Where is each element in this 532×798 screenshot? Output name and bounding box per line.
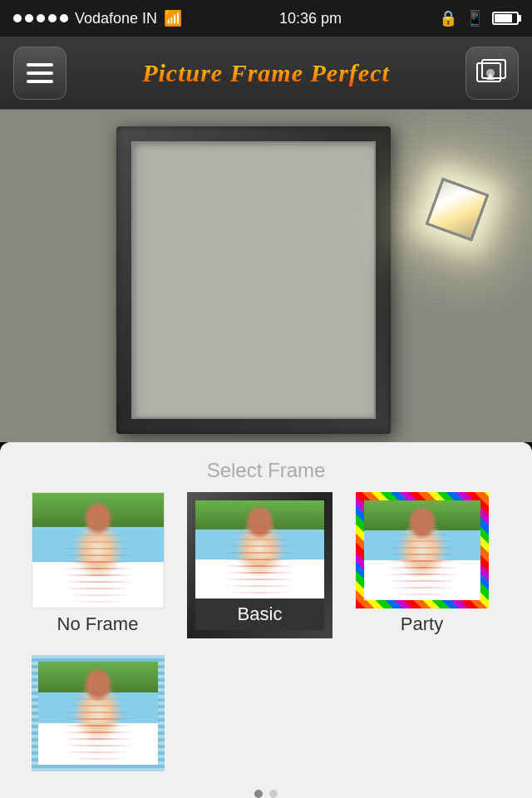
main-frame xyxy=(116,126,391,434)
frame-inner xyxy=(131,141,376,419)
basic-frame-selected: Basic xyxy=(187,492,332,638)
status-left: Vodafone IN 📶 xyxy=(13,9,182,27)
status-bar: Vodafone IN 📶 10:36 pm 🔒 📱 xyxy=(0,0,532,37)
light-effect xyxy=(416,176,490,251)
main-photo-area xyxy=(0,110,532,442)
no-frame-label: No Frame xyxy=(57,613,139,635)
girl-photo-basic xyxy=(195,500,324,598)
status-right: 🔒 📱 xyxy=(439,9,519,27)
light-box xyxy=(426,178,490,242)
frame-option-no-frame[interactable]: No Frame xyxy=(25,492,170,638)
frame-option-basic[interactable]: Basic xyxy=(187,492,332,638)
carrier-label: Vodafone IN xyxy=(75,10,157,27)
svg-rect-0 xyxy=(27,63,53,66)
svg-rect-1 xyxy=(27,71,53,75)
battery-fill xyxy=(495,14,512,22)
signal-dot-1 xyxy=(13,14,22,22)
page-indicator xyxy=(0,790,532,798)
gallery-icon xyxy=(475,58,509,88)
wave-frame-thumb xyxy=(32,655,165,771)
no-frame-thumb xyxy=(32,492,165,608)
party-frame-label: Party xyxy=(401,613,443,635)
girl-photo-no-frame xyxy=(32,493,164,608)
wifi-icon: 📶 xyxy=(164,9,182,27)
basic-frame-inner xyxy=(195,500,324,598)
page-dot-1 xyxy=(254,790,263,798)
frame-outer xyxy=(116,126,391,434)
frame-option-wave[interactable] xyxy=(25,655,170,776)
app-title: Picture Frame Perfect xyxy=(66,59,466,87)
lock-icon: 🔒 xyxy=(439,9,457,27)
basic-frame-label: Basic xyxy=(195,598,324,630)
gallery-button[interactable] xyxy=(466,47,519,100)
party-frame-thumb xyxy=(356,492,489,608)
signal-dots xyxy=(13,14,68,22)
menu-button[interactable] xyxy=(13,47,66,100)
battery-icon xyxy=(492,12,519,25)
girl-photo-wave xyxy=(38,662,158,765)
signal-dot-5 xyxy=(60,14,68,22)
frame-option-party[interactable]: Party xyxy=(349,492,495,638)
bluetooth-icon: 📱 xyxy=(466,9,484,27)
signal-dot-3 xyxy=(37,14,45,22)
page-dot-2 xyxy=(269,790,278,798)
menu-icon xyxy=(25,62,55,85)
time-label: 10:36 pm xyxy=(279,10,342,27)
girl-photo-party xyxy=(364,500,480,600)
toolbar: Picture Frame Perfect xyxy=(0,37,532,110)
select-frame-label: Select Frame xyxy=(0,442,532,492)
signal-dot-4 xyxy=(48,14,57,22)
frames-grid: No Frame Basic Party xyxy=(0,492,532,776)
bottom-panel: Select Frame No Frame Basic Party xyxy=(0,442,532,798)
signal-dot-2 xyxy=(25,14,33,22)
svg-rect-2 xyxy=(27,80,53,83)
